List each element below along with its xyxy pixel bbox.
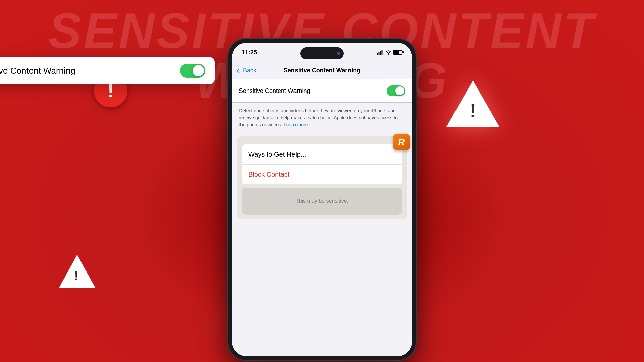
triangle-exclamation: ! (470, 99, 476, 122)
phone-mockup: 11:25 (228, 39, 416, 360)
dynamic-island (300, 47, 344, 59)
chevron-left-icon (237, 68, 241, 73)
toggle-label: Sensitive Content Warning (239, 87, 310, 95)
sensitive-content-card: This may be sensitive. (241, 188, 402, 215)
back-button[interactable]: Back (237, 67, 256, 74)
action-button-card: Ways to Get Help... Block Contact (241, 144, 402, 184)
battery-icon (393, 50, 402, 55)
overlay-toggle-label: Sensitive Content Warning (0, 66, 75, 76)
play-triangle-icon: ! (59, 255, 96, 288)
app-icon-badge: R (393, 134, 410, 150)
nav-bar: Back Sensitive Content Warning (232, 62, 412, 79)
nav-title: Sensitive Content Warning (284, 67, 360, 74)
overlay-toggle-knob (193, 65, 204, 76)
desc-body: Detect nude photos and videos before the… (239, 108, 398, 127)
back-label[interactable]: Back (243, 67, 256, 74)
content-area: Sensitive Content Warning Detect nude ph… (232, 79, 412, 356)
wifi-icon (386, 50, 391, 55)
camera-dot (337, 52, 340, 55)
ways-to-help-button[interactable]: Ways to Get Help... (241, 144, 402, 165)
svg-rect-3 (382, 50, 383, 55)
app-icon-letter: R (398, 137, 405, 147)
overlay-toggle-card: Sensitive Content Warning (0, 57, 215, 84)
warning-triangle-icon: ! (446, 80, 500, 127)
svg-rect-0 (377, 53, 378, 55)
status-time: 11:25 (241, 49, 257, 56)
battery-fill (394, 51, 399, 54)
signal-icon (377, 50, 384, 55)
svg-rect-1 (379, 52, 380, 55)
svg-rect-2 (380, 51, 381, 55)
status-icons (377, 50, 402, 55)
toggle-row: Sensitive Content Warning (232, 79, 412, 103)
learn-more-link[interactable]: Learn more... (284, 122, 312, 127)
phone-screen: 11:25 (232, 43, 412, 356)
description-text: Detect nude photos and videos before the… (232, 103, 412, 133)
block-contact-button[interactable]: Block Contact (241, 165, 402, 184)
overlay-toggle-switch[interactable] (180, 64, 205, 78)
play-tri-shape: ! (59, 255, 96, 288)
svg-point-4 (388, 53, 389, 55)
toggle-switch[interactable] (387, 85, 405, 96)
alert-card-area: R Ways to Get Help... Block Contact This… (237, 136, 407, 219)
phone-body: 11:25 (228, 39, 416, 360)
play-tri-exclamation: ! (74, 268, 78, 283)
triangle-shape: ! (446, 80, 500, 127)
sensitive-label: This may be sensitive. (296, 198, 348, 204)
toggle-knob (395, 86, 404, 95)
